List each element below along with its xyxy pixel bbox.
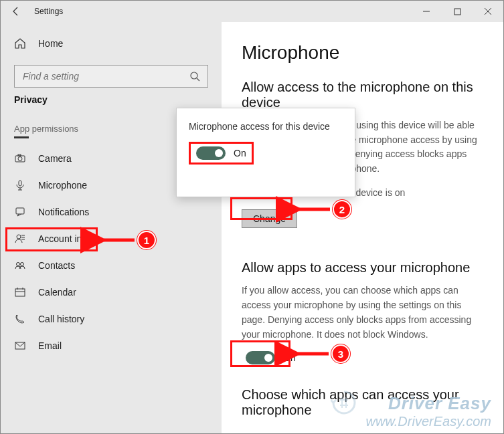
- svg-rect-17: [15, 289, 25, 296]
- svg-point-16: [21, 263, 24, 266]
- sidebar-item-label: Email: [38, 340, 62, 351]
- call-history-icon: [14, 313, 26, 325]
- popup-label: Microphone access for this device: [189, 120, 343, 132]
- search-field[interactable]: [21, 70, 189, 82]
- sidebar-item-email[interactable]: Email: [1, 332, 222, 359]
- window-title: Settings: [34, 7, 63, 16]
- svg-line-3: [197, 78, 199, 81]
- calendar-icon: [14, 286, 26, 298]
- sidebar-category: Privacy: [14, 94, 222, 105]
- sidebar-item-calendar[interactable]: Calendar: [1, 279, 222, 306]
- maximize-button[interactable]: [442, 1, 473, 22]
- section2-body: If you allow access, you can choose whic…: [242, 284, 483, 342]
- sidebar-item-notifications[interactable]: Notifications: [1, 199, 222, 225]
- sidebar-home[interactable]: Home: [1, 30, 222, 57]
- page-title: Microphone: [242, 42, 483, 64]
- svg-point-15: [17, 263, 20, 266]
- sidebar-item-label: Microphone: [38, 180, 87, 191]
- change-popup: Microphone access for this device On: [176, 108, 355, 197]
- svg-point-2: [191, 72, 197, 79]
- contacts-icon: [14, 259, 26, 272]
- search-input[interactable]: [14, 65, 208, 88]
- sidebar: Home Privacy App permissions Camera Micr…: [1, 22, 222, 433]
- annotation-arrow-3: [294, 347, 331, 363]
- annotation-arrow-1: [100, 233, 137, 249]
- back-button[interactable]: [1, 1, 31, 22]
- annotation-badge-3: 3: [331, 344, 350, 363]
- minimize-button[interactable]: [411, 1, 442, 22]
- svg-rect-10: [16, 208, 24, 214]
- home-icon: [14, 37, 26, 49]
- sidebar-item-label: Camera: [38, 153, 72, 164]
- camera-icon: [14, 152, 26, 165]
- sidebar-item-call-history[interactable]: Call history: [1, 306, 222, 332]
- microphone-icon: [14, 179, 26, 191]
- section2-title: Allow apps to access your microphone: [242, 260, 483, 276]
- sidebar-item-label: Call history: [38, 314, 84, 324]
- search-icon: [189, 70, 201, 82]
- change-button[interactable]: Change: [242, 209, 297, 228]
- section1-title: Allow access to the microphone on this d…: [242, 80, 483, 110]
- section3-title: Choose which apps can access your microp…: [242, 387, 483, 418]
- sidebar-item-label: Calendar: [38, 287, 76, 298]
- svg-point-5: [18, 157, 22, 161]
- notifications-icon: [14, 206, 26, 218]
- sidebar-divider: [14, 136, 29, 138]
- svg-rect-6: [18, 154, 21, 156]
- toggle-track: [196, 146, 226, 160]
- toggle-track: [246, 351, 275, 364]
- annotation-badge-2: 2: [333, 200, 351, 219]
- toggle-label: On: [234, 148, 246, 158]
- apps-access-toggle[interactable]: On: [246, 351, 483, 364]
- content: Microphone Allow access to the microphon…: [222, 22, 503, 433]
- device-access-toggle[interactable]: On: [196, 146, 246, 160]
- account-info-icon: [14, 233, 26, 245]
- titlebar: Settings: [1, 1, 503, 22]
- sidebar-home-label: Home: [38, 38, 63, 49]
- annotation-badge-1: 1: [137, 231, 156, 249]
- email-icon: [14, 340, 26, 352]
- sidebar-item-label: Contacts: [38, 260, 75, 271]
- sidebar-item-contacts[interactable]: Contacts: [1, 252, 222, 279]
- close-button[interactable]: [473, 1, 503, 22]
- sidebar-item-label: Account info: [38, 233, 90, 244]
- svg-rect-1: [454, 9, 460, 15]
- annotation-arrow-2: [295, 203, 333, 219]
- svg-rect-7: [19, 181, 21, 186]
- svg-point-11: [17, 235, 21, 239]
- sidebar-item-label: Notifications: [38, 207, 89, 217]
